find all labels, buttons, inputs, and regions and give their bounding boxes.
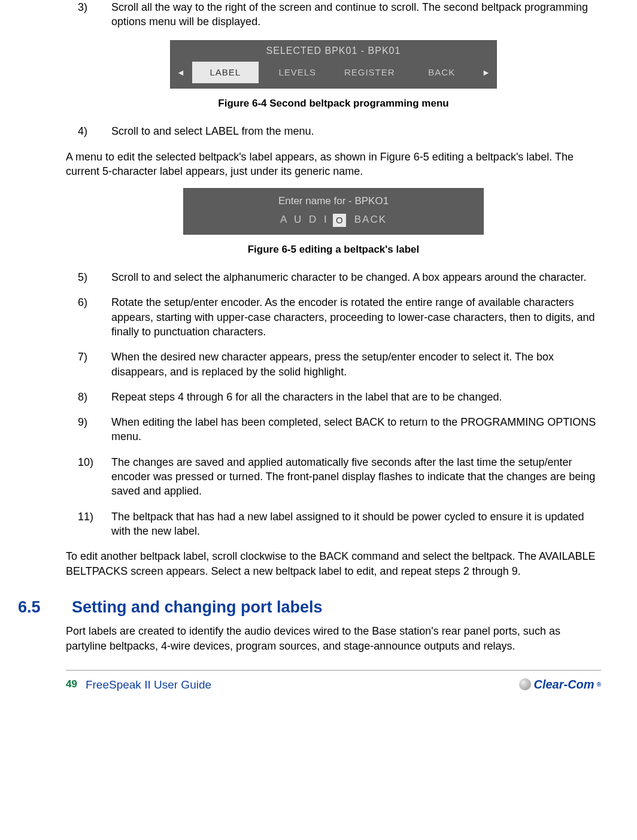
step-text: Repeat steps 4 through 6 for all the cha… [111, 390, 601, 404]
logo-globe-icon [519, 678, 531, 690]
step-10: 10) The changes are saved and applied au… [78, 455, 601, 499]
figure-6-4: SELECTED BPK01 - BPK01 ◄ LABEL LEVELS RE… [66, 40, 601, 89]
section-body: Port labels are created to identify the … [66, 624, 601, 653]
step-8: 8) Repeat steps 4 through 6 for all the … [78, 390, 601, 404]
back-label: BACK [354, 213, 387, 227]
step-7: 7) When the desired new character appear… [78, 350, 601, 379]
section-title: Setting and changing port labels [72, 596, 323, 618]
step-number: 11) [78, 510, 111, 539]
paragraph-after-step11: To edit another beltpack label, scroll c… [66, 549, 601, 578]
step-text: Scroll to and select the alphanumeric ch… [111, 270, 601, 284]
right-arrow-icon: ► [481, 67, 492, 78]
step-number: 4) [78, 124, 111, 138]
step-number: 10) [78, 455, 111, 499]
step-6: 6) Rotate the setup/enter encoder. As th… [78, 295, 601, 339]
step-number: 9) [78, 415, 111, 444]
step-text: Rotate the setup/enter encoder. As the e… [111, 295, 601, 339]
left-arrow-icon: ◄ [175, 67, 186, 78]
fig2-title: Enter name for - BPKO1 [184, 195, 483, 208]
section-heading: 6.5 Setting and changing port labels [66, 596, 601, 618]
step-number: 7) [78, 350, 111, 379]
paragraph-after-step4: A menu to edit the selected beltpack's l… [66, 150, 601, 179]
brand-name: Clear-Com [533, 677, 594, 693]
step-number: 3) [78, 0, 111, 29]
figure-6-5-caption: Figure 6-5 editing a beltpack's label [66, 243, 601, 257]
step-text: When editing the label has been complete… [111, 415, 601, 444]
brand-logo: Clear-Com® [519, 677, 601, 693]
step-text: Scroll to and select LABEL from the menu… [111, 124, 601, 138]
selected-char-box: O [333, 214, 346, 227]
fig1-title: SELECTED BPK01 - BPK01 [171, 41, 496, 60]
step-number: 5) [78, 270, 111, 284]
figure-6-4-caption: Figure 6-4 Second beltpack programming m… [66, 97, 601, 111]
guide-title: FreeSpeak II User Guide [86, 677, 211, 693]
tab-levels: LEVELS [265, 62, 331, 83]
step-4: 4) Scroll to and select LABEL from the m… [78, 124, 601, 138]
step-text: Scroll all the way to the right of the s… [111, 0, 601, 29]
figure-6-5: Enter name for - BPKO1 A U D I O BACK [66, 188, 601, 235]
registered-mark: ® [597, 681, 601, 689]
tab-back: BACK [409, 62, 475, 83]
tab-label: LABEL [192, 62, 259, 83]
section-number: 6.5 [18, 596, 72, 618]
page-footer: 49 FreeSpeak II User Guide Clear-Com® [66, 670, 601, 693]
step-11: 11) The beltpack that has had a new labe… [78, 510, 601, 539]
tab-register: REGISTER [336, 62, 403, 83]
step-text: When the desired new character appears, … [111, 350, 601, 379]
page-number: 49 [66, 678, 77, 692]
step-number: 6) [78, 295, 111, 339]
step-text: The beltpack that has had a new label as… [111, 510, 601, 539]
step-text: The changes are saved and applied automa… [111, 455, 601, 499]
step-5: 5) Scroll to and select the alphanumeric… [78, 270, 601, 284]
step-number: 8) [78, 390, 111, 404]
step-3: 3) Scroll all the way to the right of th… [78, 0, 601, 29]
label-chars-left: A U D I [280, 213, 329, 227]
step-9: 9) When editing the label has been compl… [78, 415, 601, 444]
